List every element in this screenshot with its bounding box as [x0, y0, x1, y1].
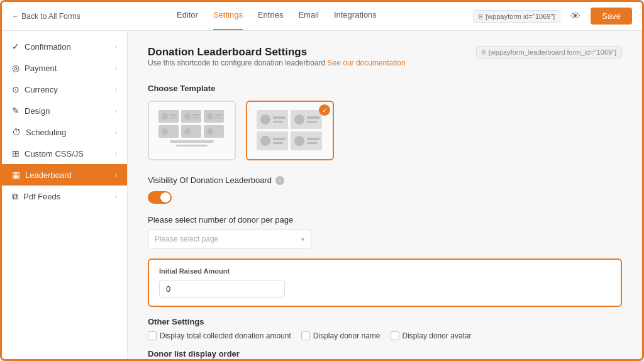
desc-text: Use this shortcode to configure donation…: [148, 58, 325, 67]
checkboxes-row: Display total collected donation amount …: [148, 331, 622, 340]
chevron-icon-pdf: ›: [115, 193, 117, 200]
top-nav: ← Back to All Forms Editor Settings Entr…: [2, 2, 642, 31]
svg-rect-30: [273, 138, 286, 140]
sidebar-label-leaderboard: Leaderboard: [25, 170, 72, 180]
info-icon: i: [275, 176, 284, 185]
sidebar-label-confirmation: Confirmation: [25, 42, 71, 52]
svg-point-1: [162, 113, 168, 119]
svg-rect-31: [273, 142, 283, 144]
content-desc: Use this shortcode to configure donation…: [148, 58, 406, 67]
back-link[interactable]: ← Back to All Forms: [12, 12, 80, 21]
main-area: ✓ Confirmation › ◎ Payment › ⊙ Currency …: [2, 31, 642, 359]
shortcode-ref-text: [wppayform_leaderboard form_id="1069"]: [489, 48, 616, 56]
tab-settings[interactable]: Settings: [213, 2, 243, 30]
page-title: Donation Leaderboard Settings: [148, 46, 406, 58]
visibility-label: Visibility Of Donation Leaderboard i: [148, 175, 622, 185]
checkbox-donor-avatar[interactable]: Display donor avatar: [391, 331, 472, 340]
sidebar-label-custom-css: Custom CSS/JS: [25, 149, 84, 158]
checkbox-box-avatar: [391, 331, 399, 340]
svg-rect-22: [273, 116, 286, 119]
tab-editor[interactable]: Editor: [177, 2, 198, 30]
template-wireframe-1: [157, 109, 226, 153]
sidebar-item-scheduling[interactable]: ⏱ Scheduling ›: [2, 121, 127, 143]
tab-entries[interactable]: Entries: [258, 2, 283, 30]
select-placeholder: Please select page: [155, 235, 218, 243]
checkbox-donor-name[interactable]: Display donor name: [301, 331, 380, 340]
sidebar-item-design[interactable]: ✎ Design ›: [2, 100, 127, 121]
svg-point-25: [294, 114, 304, 125]
confirmation-icon: ✓: [12, 42, 19, 52]
sidebar-item-currency[interactable]: ⊙ Currency ›: [2, 79, 127, 100]
sidebar-item-custom-css[interactable]: ⊞ Custom CSS/JS ›: [2, 143, 127, 164]
select-chevron-icon: ▾: [301, 236, 304, 243]
svg-rect-35: [307, 142, 317, 144]
sidebar-label-scheduling: Scheduling: [26, 128, 66, 137]
checkbox-label-avatar: Display donor avatar: [402, 331, 472, 340]
svg-rect-34: [307, 138, 319, 140]
sidebar-item-payment[interactable]: ◎ Payment ›: [2, 57, 127, 79]
tab-integrations[interactable]: Integrations: [334, 2, 377, 30]
svg-point-17: [207, 128, 213, 135]
chevron-icon-payment: ›: [115, 65, 117, 72]
svg-point-29: [260, 136, 270, 146]
svg-rect-0: [158, 110, 179, 123]
chevron-icon-leaderboard: ›: [115, 172, 117, 179]
raised-section-label: Initial Raised Amount: [159, 267, 611, 275]
checkbox-total-amount[interactable]: Display total collected donation amount: [148, 331, 291, 340]
checkbox-box-name: [301, 331, 310, 340]
sidebar-item-confirmation[interactable]: ✓ Confirmation ›: [2, 36, 127, 57]
svg-rect-8: [204, 110, 224, 123]
svg-rect-16: [204, 125, 224, 138]
sidebar-label-design: Design: [25, 106, 50, 116]
svg-rect-4: [181, 110, 201, 123]
shortcode-ref-badge: ⎘ [wppayform_leaderboard form_id="1069"]: [476, 46, 622, 58]
chevron-icon-currency: ›: [115, 86, 117, 93]
leaderboard-icon: ▦: [12, 170, 20, 180]
shortcode-badge: ⎘ [wppayform id="1069"]: [473, 10, 560, 23]
svg-rect-2: [170, 114, 177, 116]
chevron-icon-design: ›: [115, 108, 117, 114]
svg-rect-3: [170, 117, 176, 118]
nav-tabs: Editor Settings Entries Email Integratio…: [177, 2, 377, 30]
svg-point-13: [162, 128, 168, 135]
template-card-2[interactable]: [246, 101, 334, 160]
template-row: [148, 101, 622, 160]
chevron-icon-css: ›: [115, 150, 117, 157]
choose-template-label: Choose Template: [148, 84, 622, 93]
nav-right: ⎘ [wppayform id="1069"] 👁 Save: [473, 8, 632, 25]
scheduling-icon: ⏱: [12, 127, 21, 137]
display-order-label: Donor list display order: [148, 349, 622, 358]
template-card-1[interactable]: [148, 101, 236, 160]
checkbox-box-total: [148, 331, 157, 340]
tab-email[interactable]: Email: [298, 2, 319, 30]
preview-button[interactable]: 👁: [568, 8, 583, 25]
doc-link[interactable]: See our documentation: [328, 58, 406, 67]
other-settings-label: Other Settings: [148, 317, 622, 326]
chevron-icon-scheduling: ›: [115, 129, 117, 136]
checkbox-label-total: Display total collected donation amount: [160, 331, 291, 340]
svg-rect-26: [307, 116, 319, 119]
visibility-toggle[interactable]: [148, 191, 172, 204]
sidebar-item-leaderboard[interactable]: ▦ Leaderboard ›: [2, 164, 127, 186]
chevron-icon: ›: [115, 43, 117, 50]
copy-icon-2: ⎘: [482, 48, 486, 56]
save-button-top[interactable]: Save: [591, 8, 632, 25]
copy-icon: ⎘: [479, 13, 483, 20]
svg-rect-7: [192, 117, 199, 118]
template-wireframe-2: [255, 109, 325, 153]
raised-amount-section: Initial Raised Amount: [148, 258, 622, 307]
sidebar: ✓ Confirmation › ◎ Payment › ⊙ Currency …: [2, 31, 128, 359]
sidebar-label-payment: Payment: [25, 64, 57, 73]
svg-rect-27: [307, 121, 317, 123]
design-icon: ✎: [12, 106, 19, 116]
donor-per-page-select[interactable]: Please select page ▾: [148, 230, 311, 248]
pdf-feeds-icon: ⧉: [12, 191, 18, 202]
sidebar-item-pdf-feeds[interactable]: ⧉ Pdf Feeds ›: [2, 186, 127, 208]
svg-rect-10: [215, 114, 223, 116]
other-settings-section: Other Settings Display total collected d…: [148, 317, 622, 359]
raised-amount-input[interactable]: [159, 280, 285, 298]
svg-point-15: [184, 128, 191, 135]
svg-point-21: [260, 114, 270, 125]
content-header: Donation Leaderboard Settings Use this s…: [148, 46, 622, 80]
svg-rect-14: [181, 125, 201, 138]
